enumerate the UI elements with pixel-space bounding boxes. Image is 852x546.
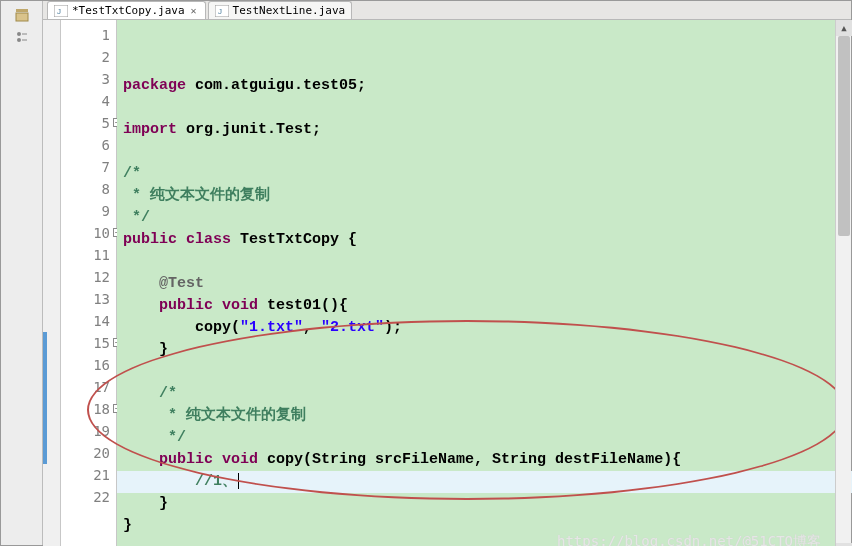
code-line[interactable] — [123, 97, 835, 119]
code-line[interactable]: } — [123, 339, 835, 361]
code-line[interactable] — [123, 361, 835, 383]
code-editor[interactable]: 12345−678910−1112131415−161718−19202122 … — [43, 20, 851, 546]
line-number[interactable]: 9 — [61, 200, 110, 222]
editor-tab-1[interactable]: JTestNextLine.java — [208, 1, 353, 19]
editor-tab-0[interactable]: J*TestTxtCopy.java✕ — [47, 1, 206, 19]
line-number[interactable]: 13 — [61, 288, 110, 310]
breakpoint-ruler[interactable] — [43, 20, 61, 546]
code-line[interactable] — [123, 141, 835, 163]
package-explorer-icon[interactable] — [14, 7, 30, 23]
change-marker — [43, 420, 47, 442]
code-line[interactable]: public void test01(){ — [123, 295, 835, 317]
line-number[interactable]: 4 — [61, 90, 110, 112]
change-marker — [43, 398, 47, 420]
line-number[interactable]: 7 — [61, 156, 110, 178]
line-number[interactable]: 3 — [61, 68, 110, 90]
code-line[interactable]: public void copy(String srcFileName, Str… — [123, 449, 835, 471]
line-number[interactable]: 12 — [61, 266, 110, 288]
line-number[interactable]: 14 — [61, 310, 110, 332]
code-line[interactable]: */ — [123, 427, 835, 449]
code-line[interactable]: */ — [123, 207, 835, 229]
svg-text:J: J — [218, 7, 222, 16]
code-line[interactable]: @Test — [123, 273, 835, 295]
line-number[interactable]: 11 — [61, 244, 110, 266]
change-marker — [43, 442, 47, 464]
close-icon[interactable]: ✕ — [189, 6, 199, 16]
code-line[interactable]: public class TestTxtCopy { — [123, 229, 835, 251]
line-number[interactable]: 18− — [61, 398, 110, 420]
code-line[interactable]: copy("1.txt", "2.txt"); — [123, 317, 835, 339]
line-number[interactable]: 20 — [61, 442, 110, 464]
code-line[interactable]: } — [123, 515, 835, 537]
svg-text:J: J — [57, 7, 61, 16]
line-number[interactable]: 5− — [61, 112, 110, 134]
line-number-gutter[interactable]: 12345−678910−1112131415−161718−19202122 — [61, 20, 117, 546]
line-number[interactable]: 22 — [61, 486, 110, 508]
code-line[interactable]: /* — [123, 383, 835, 405]
svg-point-2 — [17, 32, 21, 36]
line-number[interactable]: 16 — [61, 354, 110, 376]
svg-rect-1 — [16, 13, 28, 21]
code-content[interactable]: package com.atguigu.test05; import org.j… — [117, 20, 835, 546]
line-number[interactable]: 2 — [61, 46, 110, 68]
code-line[interactable]: * 纯文本文件的复制 — [123, 185, 835, 207]
outline-icon[interactable] — [14, 29, 30, 45]
tab-label: TestNextLine.java — [233, 4, 346, 17]
svg-point-3 — [17, 38, 21, 42]
java-file-icon: J — [54, 5, 68, 17]
code-line[interactable]: import org.junit.Test; — [123, 119, 835, 141]
code-line[interactable]: } — [123, 493, 835, 515]
line-number[interactable]: 15− — [61, 332, 110, 354]
code-line[interactable] — [123, 537, 835, 546]
line-number[interactable]: 1 — [61, 24, 110, 46]
java-file-icon: J — [215, 5, 229, 17]
tab-label: *TestTxtCopy.java — [72, 4, 185, 17]
vertical-scrollbar[interactable]: ▲ ▼ — [835, 20, 851, 546]
scroll-up-arrow[interactable]: ▲ — [836, 20, 852, 36]
line-number[interactable]: 6 — [61, 134, 110, 156]
code-line[interactable]: /* — [123, 163, 835, 185]
code-line[interactable]: //1、 — [117, 471, 852, 493]
editor-tab-bar: J*TestTxtCopy.java✕JTestNextLine.java — [43, 1, 851, 20]
svg-rect-0 — [16, 9, 28, 12]
line-number[interactable]: 8 — [61, 178, 110, 200]
change-marker — [43, 332, 47, 354]
code-line[interactable] — [123, 251, 835, 273]
change-marker — [43, 376, 47, 398]
line-number[interactable]: 19 — [61, 420, 110, 442]
editor-area: J*TestTxtCopy.java✕JTestNextLine.java 12… — [43, 1, 851, 545]
ide-window: J*TestTxtCopy.java✕JTestNextLine.java 12… — [0, 0, 852, 546]
tool-rail — [1, 1, 43, 545]
line-number[interactable]: 17 — [61, 376, 110, 398]
change-marker — [43, 354, 47, 376]
code-line[interactable]: package com.atguigu.test05; — [123, 75, 835, 97]
line-number[interactable]: 10− — [61, 222, 110, 244]
scroll-thumb[interactable] — [838, 36, 850, 236]
line-number[interactable]: 21 — [61, 464, 110, 486]
code-line[interactable]: * 纯文本文件的复制 — [123, 405, 835, 427]
